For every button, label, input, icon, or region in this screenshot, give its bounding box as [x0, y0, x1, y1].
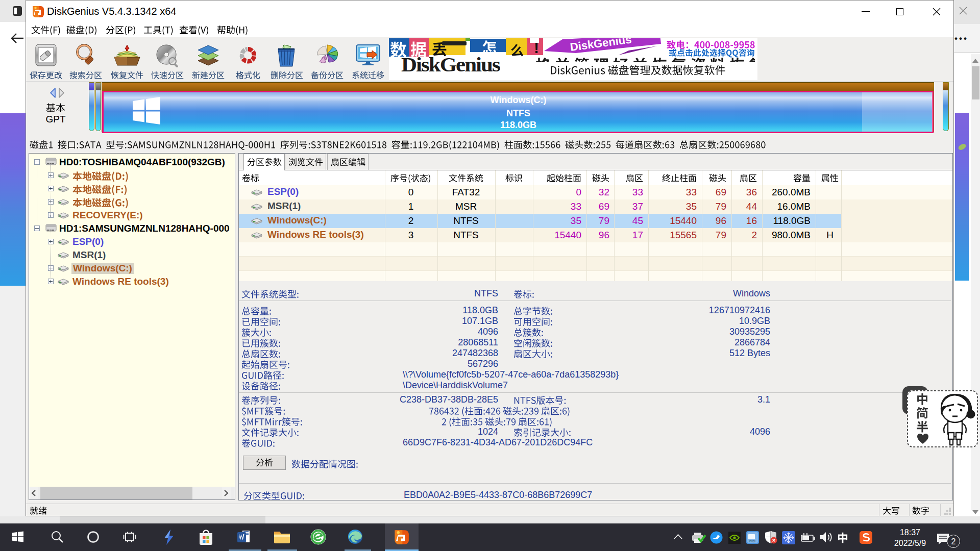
svg-text:intel: intel: [749, 539, 755, 543]
